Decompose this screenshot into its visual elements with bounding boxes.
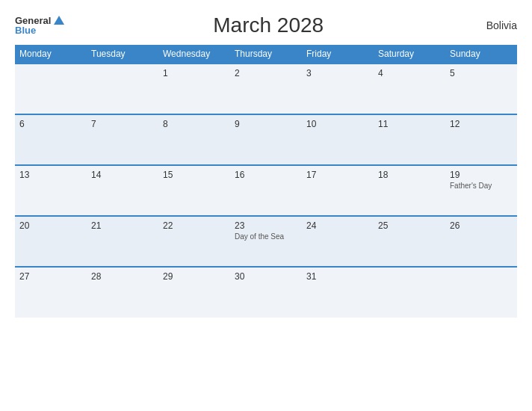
weekday-tuesday: Tuesday: [87, 45, 158, 64]
day-number: 15: [163, 170, 226, 180]
page-header: General Blue March 2028 Bolivia: [15, 13, 517, 37]
day-number: 7: [91, 119, 154, 129]
country-label: Bolivia: [472, 19, 517, 31]
day-number: 20: [19, 220, 82, 231]
day-cell-w2d4: 9: [230, 114, 302, 165]
day-number: 27: [19, 271, 82, 282]
day-cell-w1d3: 1: [158, 64, 230, 114]
day-number: 16: [235, 170, 297, 180]
day-number: 22: [163, 220, 226, 231]
day-cell-w2d7: 12: [445, 114, 517, 165]
day-number: 2: [235, 68, 297, 78]
week-row-1: 12345: [15, 64, 517, 114]
day-cell-w4d7: 26: [445, 216, 517, 267]
day-cell-w4d3: 22: [158, 216, 230, 267]
day-cell-w3d6: 18: [374, 165, 445, 216]
day-cell-w3d3: 15: [158, 165, 230, 216]
weekday-wednesday: Wednesday: [158, 45, 230, 64]
calendar-table: Monday Tuesday Wednesday Thursday Friday…: [15, 45, 517, 318]
day-cell-w1d4: 2: [230, 64, 302, 114]
day-cell-w5d7: [445, 267, 517, 318]
day-event-label: Father's Day: [450, 182, 513, 191]
day-number: 24: [306, 220, 369, 231]
day-number: 4: [378, 68, 441, 78]
day-number: 8: [163, 119, 226, 129]
day-cell-w5d2: 28: [87, 267, 158, 318]
day-number: 28: [91, 271, 154, 282]
day-number: 5: [450, 68, 513, 78]
day-cell-w1d1: [15, 64, 87, 114]
week-row-3: 13141516171819Father's Day: [15, 165, 517, 216]
weekday-friday: Friday: [302, 45, 374, 64]
day-cell-w4d5: 24: [302, 216, 374, 267]
weekday-monday: Monday: [15, 45, 87, 64]
day-number: 31: [306, 271, 369, 282]
week-row-2: 6789101112: [15, 114, 517, 165]
day-number: 9: [235, 119, 297, 129]
day-number: 25: [378, 220, 441, 231]
weekday-sunday: Sunday: [445, 45, 517, 64]
day-cell-w1d2: [87, 64, 158, 114]
day-cell-w2d1: 6: [15, 114, 87, 165]
day-cell-w3d5: 17: [302, 165, 374, 216]
day-event-label: Day of the Sea: [235, 232, 297, 241]
day-number: 30: [235, 271, 297, 282]
logo-blue-text: Blue: [15, 25, 36, 35]
day-cell-w4d6: 25: [374, 216, 445, 267]
day-number: 14: [91, 170, 154, 180]
day-number: 13: [19, 170, 82, 180]
day-number: 26: [450, 220, 513, 231]
day-cell-w1d7: 5: [445, 64, 517, 114]
day-number: 19: [450, 170, 513, 180]
day-cell-w3d1: 13: [15, 165, 87, 216]
day-number: 17: [306, 170, 369, 180]
day-cell-w5d5: 31: [302, 267, 374, 318]
day-number: 10: [306, 119, 369, 129]
day-number: 18: [378, 170, 441, 180]
day-number: 21: [91, 220, 154, 231]
day-cell-w1d6: 4: [374, 64, 445, 114]
day-cell-w4d1: 20: [15, 216, 87, 267]
day-cell-w5d3: 29: [158, 267, 230, 318]
calendar-page: General Blue March 2028 Bolivia Monday T…: [0, 0, 532, 411]
calendar-title: March 2028: [213, 13, 324, 37]
logo-triangle-icon: [54, 16, 64, 25]
day-cell-w3d4: 16: [230, 165, 302, 216]
day-number: 23: [235, 220, 297, 231]
day-cell-w2d3: 8: [158, 114, 230, 165]
week-row-4: 20212223Day of the Sea242526: [15, 216, 517, 267]
day-cell-w3d7: 19Father's Day: [445, 165, 517, 216]
logo: General Blue: [15, 16, 64, 35]
weekday-header-row: Monday Tuesday Wednesday Thursday Friday…: [15, 45, 517, 64]
day-cell-w4d2: 21: [87, 216, 158, 267]
day-number: 12: [450, 119, 513, 129]
weekday-thursday: Thursday: [230, 45, 302, 64]
calendar-header: Monday Tuesday Wednesday Thursday Friday…: [15, 45, 517, 64]
day-cell-w5d1: 27: [15, 267, 87, 318]
day-cell-w1d5: 3: [302, 64, 374, 114]
day-number: 29: [163, 271, 226, 282]
day-cell-w5d6: [374, 267, 445, 318]
weekday-saturday: Saturday: [374, 45, 445, 64]
day-number: 6: [19, 119, 82, 129]
day-cell-w2d2: 7: [87, 114, 158, 165]
day-number: 1: [163, 68, 226, 78]
day-number: 3: [306, 68, 369, 78]
day-cell-w4d4: 23Day of the Sea: [230, 216, 302, 267]
day-cell-w2d6: 11: [374, 114, 445, 165]
calendar-body: 12345678910111213141516171819Father's Da…: [15, 64, 517, 318]
day-cell-w3d2: 14: [87, 165, 158, 216]
day-cell-w5d4: 30: [230, 267, 302, 318]
day-number: 11: [378, 119, 441, 129]
day-cell-w2d5: 10: [302, 114, 374, 165]
week-row-5: 2728293031: [15, 267, 517, 318]
